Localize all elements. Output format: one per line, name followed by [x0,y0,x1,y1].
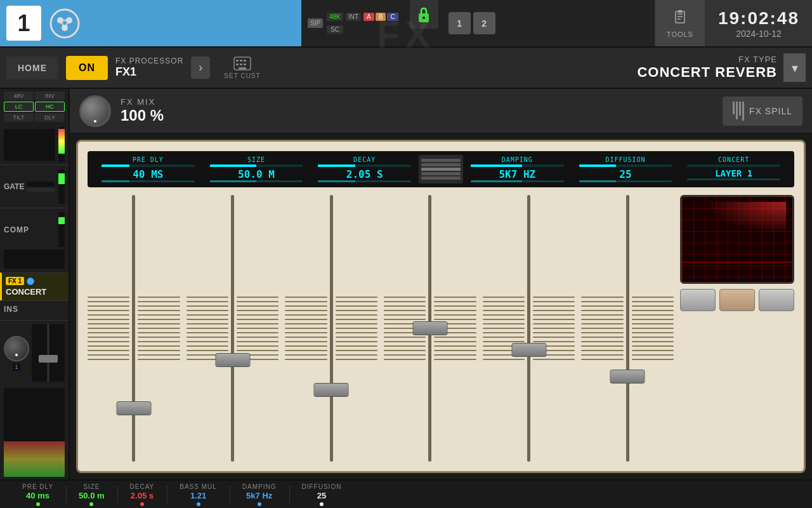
param-damping-label: DAMPING [242,483,277,490]
fader-predly[interactable] [88,195,180,462]
faders-area [88,195,794,462]
svg-rect-19 [240,64,242,65]
set-cust-button[interactable]: SET CUST [218,57,266,79]
channel-btn-2[interactable]: 2 [473,12,495,34]
reverb-btn-1[interactable] [680,289,716,311]
clock-area: 19:02:48 2024-10-12 [705,0,812,46]
svg-rect-9 [676,11,684,23]
channel-strip: 1 [0,0,301,46]
main-area: 48V INV LC HC TILT DLY GATE [0,89,812,479]
reverb-screen [680,195,794,284]
fx-type-area: FX TYPE CONCERT REVERB ▾ [637,53,806,82]
filter-dly[interactable]: DLY [35,113,65,122]
fx-type-label: FX TYPE [738,55,777,64]
top-bar: 1 SIP 48K INT A B C [0,0,812,48]
channel-buttons: 1 2 [443,0,501,46]
param-decay-display: DECAY 2.05 S [310,155,419,184]
lock-icon[interactable] [410,0,438,29]
param-concert-display: CONCERT LAYER 1 [679,155,788,184]
param-decay-value: 2.05 S [346,168,383,180]
reverb-btn-3[interactable] [759,289,794,311]
param-diffusion-display: DIFFUSION 25 [572,155,680,184]
fader-decay[interactable] [285,195,377,462]
comp-label: COMP [4,212,65,247]
filter-inv[interactable]: INV [35,91,65,100]
set-cust-label: SET CUST [224,72,260,79]
svg-point-8 [422,17,425,19]
fx1-name: CONCERT [6,287,65,297]
fx1-badge: FX 1 [6,277,24,285]
param-predly: PRE DLY 40 ms [10,483,66,506]
tools-button[interactable]: TOOLS [655,0,705,46]
svg-rect-13 [678,10,682,13]
param-decay-label: DECAY [353,156,376,163]
param-diffusion-value: 25 [619,168,631,180]
reverb-buttons [680,289,794,311]
param-predly-label: PRE DLY [133,156,164,163]
sip-info: 48K INT A B C SC [327,13,398,34]
fx-mix-knob[interactable] [79,95,111,127]
param-diffusion-label: DIFFUSION [605,156,645,163]
param-damping-dot [258,502,261,506]
fx-spill-button[interactable]: FX SPILL [723,97,802,126]
keyboard-icon [233,57,251,70]
clock-date: 2024-10-12 [736,29,782,39]
fader-mini[interactable] [32,324,65,382]
param-bassmul: BASS MUL 1.21 [167,483,230,506]
param-damping: DAMPING 5k7 Hz [230,483,289,506]
tools-label: TOOLS [667,30,693,38]
param-decay-label: DECAY [130,483,155,490]
filter-hc[interactable]: HC [35,102,65,112]
param-diffusion: DIFFUSION 25 [289,483,355,506]
right-panel: FX MIX 100 % FX SPILL FX PRE DLY [70,89,812,479]
param-size-value: 50.0 M [238,168,275,180]
reverb-screen-glow [704,202,786,234]
param-predly-label: PRE DLY [22,483,53,490]
sip-c: C [387,13,398,21]
second-bar: HOME ON FX PROCESSOR FX1 › SET CUST FX T… [0,48,812,89]
sip-rate: 48K [327,13,343,21]
param-diffusion-dot [320,502,324,506]
param-size-display: SIZE 50.0 M [202,155,311,184]
filter-tilt[interactable]: TILT [4,113,34,122]
fx-processor-name: FX1 [115,65,183,79]
gate-meter [58,169,65,204]
fx-mix-label: FX MIX [121,97,164,107]
param-decay: DECAY 2.05 s [117,483,167,506]
fx-type-name: CONCERT REVERB [637,64,777,81]
on-button[interactable]: ON [66,56,108,80]
param-decay-value: 2.05 s [131,491,154,500]
param-damping-label: DAMPING [502,156,533,163]
param-damping-display: DAMPING 5K7 HZ [463,155,572,184]
svg-rect-15 [236,60,239,62]
fx1-icon [27,277,34,285]
filter-lc[interactable]: LC [4,102,34,112]
fader-diffusion[interactable] [581,195,674,462]
fader-damping[interactable] [483,195,575,462]
svg-rect-18 [236,64,239,65]
param-bassmul-display [419,155,463,184]
fx-mix-info: FX MIX 100 % [121,97,164,124]
send-knob[interactable] [4,336,29,361]
bottom-bar: PRE DLY 40 ms SIZE 50.0 m DECAY 2.05 s B… [0,479,812,508]
svg-rect-16 [240,60,242,62]
param-concert-label: CONCERT [718,156,749,163]
eq-meter-row [0,124,69,164]
fx-processor-arrow[interactable]: › [191,57,210,79]
ins-section[interactable]: INS [0,300,69,320]
fx-mix-bar: FX MIX 100 % FX SPILL [70,89,812,133]
reverb-btn-2[interactable] [719,289,755,311]
param-predly-value: 40 MS [133,168,163,180]
param-size-dot [89,502,93,506]
eq-meter [58,127,65,162]
home-button[interactable]: HOME [6,57,58,79]
fader-size[interactable] [187,195,279,462]
filter-48v[interactable]: 48V [4,91,34,100]
param-bassmul-label: BASS MUL [180,483,217,490]
param-concert-value: LAYER 1 [715,168,752,178]
sip-abc: A B C [363,13,398,21]
fx1-section[interactable]: FX 1 CONCERT [0,272,69,300]
fx-type-dropdown[interactable]: ▾ [783,53,806,82]
channel-btn-1[interactable]: 1 [449,12,471,34]
fader-bassmul[interactable] [384,195,476,462]
